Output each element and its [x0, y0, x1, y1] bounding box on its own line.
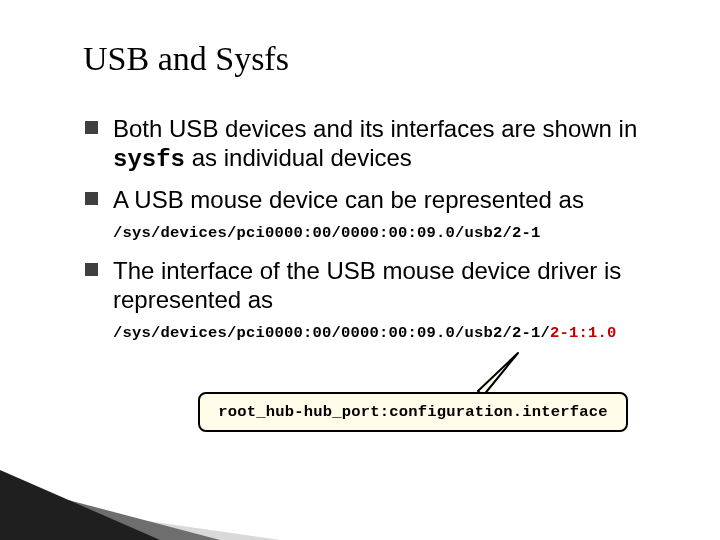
path-segment: /sys/devices/pci0000:00/0000:00:09.0/usb…	[113, 324, 550, 342]
corner-decoration	[0, 470, 300, 540]
code-path: /sys/devices/pci0000:00/0000:00:09.0/usb…	[113, 224, 660, 242]
bullet-list: The interface of the USB mouse device dr…	[85, 256, 660, 315]
path-highlight: 2-1:1.0	[550, 324, 617, 342]
bullet-item: The interface of the USB mouse device dr…	[85, 256, 660, 315]
bullet-item: Both USB devices and its interfaces are …	[85, 114, 660, 175]
svg-marker-3	[0, 470, 160, 540]
slide-title: USB and Sysfs	[83, 40, 660, 78]
bullet-item: A USB mouse device can be represented as	[85, 185, 660, 214]
bullet-text: The interface of the USB mouse device dr…	[113, 257, 621, 313]
bullet-list: Both USB devices and its interfaces are …	[85, 114, 660, 214]
callout-box: root_hub-hub_port:configuration.interfac…	[198, 392, 628, 432]
callout: root_hub-hub_port:configuration.interfac…	[198, 392, 628, 432]
callout-text: root_hub-hub_port:configuration.interfac…	[218, 403, 608, 421]
slide: USB and Sysfs Both USB devices and its i…	[0, 0, 720, 540]
svg-marker-2	[0, 482, 220, 540]
svg-marker-0	[478, 353, 518, 396]
bullet-text: Both USB devices and its interfaces are …	[113, 115, 637, 142]
svg-marker-1	[0, 500, 280, 540]
inline-code: sysfs	[113, 146, 185, 173]
code-path: /sys/devices/pci0000:00/0000:00:09.0/usb…	[113, 324, 660, 342]
bullet-text: as individual devices	[185, 144, 412, 171]
bullet-text: A USB mouse device can be represented as	[113, 186, 584, 213]
